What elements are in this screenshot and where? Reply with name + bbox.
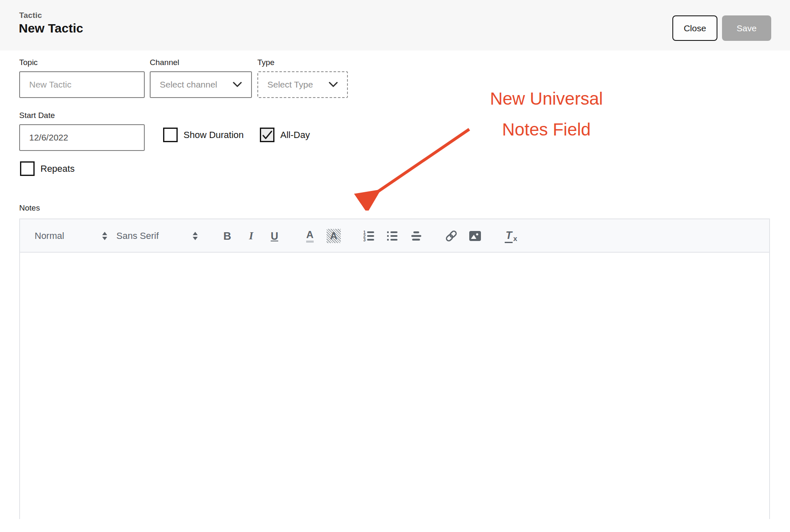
notes-text-area[interactable] (20, 253, 769, 519)
link-icon (445, 229, 458, 243)
align-icon (410, 230, 423, 242)
background-color-icon: A (327, 229, 341, 243)
all-day-checkbox[interactable]: All-Day (260, 128, 310, 142)
type-label: Type (257, 58, 274, 67)
ordered-list-icon: 1 2 3 (363, 230, 375, 242)
svg-text:3: 3 (363, 238, 366, 242)
notes-rich-text-editor: Normal Sans Serif B I U A (19, 218, 770, 519)
bullet-list-icon (386, 230, 399, 242)
start-date-label: Start Date (19, 111, 55, 120)
clear-formatting-icon: T (505, 229, 513, 243)
start-date-input[interactable] (19, 124, 145, 151)
channel-select[interactable]: Select channel (150, 71, 252, 98)
show-duration-checkbox-box[interactable] (163, 128, 178, 142)
image-icon (468, 230, 482, 242)
annotation-text: New Universal Notes Field (438, 83, 655, 145)
channel-select-value: Select channel (160, 80, 217, 90)
paragraph-style-dropdown[interactable]: Normal (35, 219, 108, 253)
font-family-dropdown[interactable]: Sans Serif (116, 219, 198, 253)
underline-button[interactable]: U (267, 219, 282, 253)
new-tactic-modal: Tactic New Tactic Close Save Topic Chann… (0, 0, 790, 532)
modal-header: Tactic New Tactic Close Save (0, 0, 790, 50)
show-duration-label[interactable]: Show Duration (184, 130, 244, 141)
sort-arrows-icon (192, 231, 198, 241)
ordered-list-button[interactable]: 1 2 3 (361, 219, 377, 253)
image-button[interactable] (467, 219, 483, 253)
chevron-down-icon (329, 82, 338, 88)
underline-icon: U (271, 230, 278, 242)
text-color-button[interactable]: A (302, 219, 318, 253)
notes-label: Notes (19, 203, 40, 213)
italic-button[interactable]: I (243, 219, 259, 253)
bold-icon: B (224, 230, 231, 243)
chevron-down-icon (233, 82, 242, 88)
italic-icon: I (249, 230, 253, 242)
bullet-list-button[interactable] (385, 219, 400, 253)
font-family-value: Sans Serif (116, 231, 159, 241)
annotation-arrow (350, 121, 476, 211)
topic-label: Topic (19, 58, 38, 67)
align-button[interactable] (408, 219, 424, 253)
show-duration-checkbox[interactable]: Show Duration (163, 128, 244, 142)
clear-formatting-button[interactable]: T x (503, 219, 519, 253)
background-color-button[interactable]: A (326, 219, 342, 253)
topic-input[interactable] (19, 71, 145, 98)
page-title: New Tactic (19, 21, 83, 35)
repeats-checkbox-box[interactable] (20, 161, 35, 176)
repeats-checkbox[interactable]: Repeats (20, 161, 75, 176)
annotation-line2: Notes Field (438, 114, 655, 145)
breadcrumb: Tactic (19, 11, 42, 20)
close-button[interactable]: Close (672, 15, 717, 41)
bold-button[interactable]: B (219, 219, 235, 253)
annotation-line1: New Universal (438, 83, 655, 114)
type-select[interactable]: Select Type (257, 71, 348, 98)
all-day-label[interactable]: All-Day (280, 130, 310, 141)
channel-label: Channel (150, 58, 179, 67)
checkmark-icon (262, 130, 273, 140)
paragraph-style-value: Normal (35, 231, 64, 241)
repeats-label[interactable]: Repeats (40, 163, 75, 174)
sort-arrows-icon (102, 231, 108, 241)
link-button[interactable] (443, 219, 459, 253)
text-color-icon: A (306, 230, 313, 243)
type-select-value: Select Type (267, 80, 313, 90)
all-day-checkbox-box[interactable] (260, 128, 274, 142)
save-button[interactable]: Save (722, 15, 771, 41)
editor-toolbar: Normal Sans Serif B I U A (20, 219, 769, 253)
